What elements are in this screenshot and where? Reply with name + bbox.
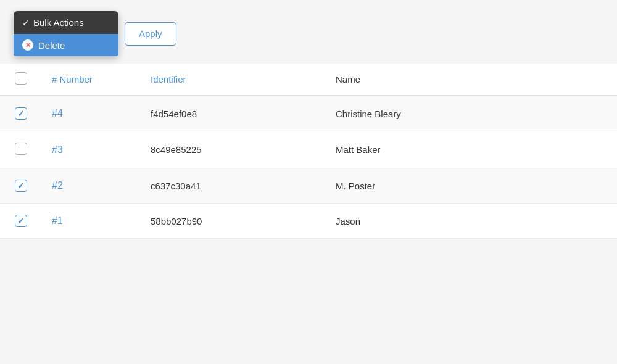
row-name: Matt Baker xyxy=(323,131,617,168)
row-number[interactable]: #4 xyxy=(39,96,138,131)
header-identifier[interactable]: Identifier xyxy=(138,64,323,96)
bulk-actions-dropdown-container: ✓ Bulk Actions ✕ Delete xyxy=(14,11,118,56)
row-name: Christine Bleary xyxy=(323,96,617,131)
row-check-cell xyxy=(0,131,39,168)
bulk-actions-checkmark-icon: ✓ xyxy=(22,18,30,28)
table-body: #4f4d54ef0e8Christine Bleary#38c49e85225… xyxy=(0,96,617,239)
toolbar: ✓ Bulk Actions ✕ Delete Apply xyxy=(0,0,617,64)
header-number[interactable]: # Number xyxy=(39,64,138,96)
table-row: #158bb027b90Jason xyxy=(0,204,617,239)
bulk-actions-header[interactable]: ✓ Bulk Actions xyxy=(14,11,118,34)
row-identifier: f4d54ef0e8 xyxy=(138,96,323,131)
row-number[interactable]: #3 xyxy=(39,131,138,168)
table-wrapper: # Number Identifier Name #4f4d54ef0e8Chr… xyxy=(0,64,617,239)
select-all-checkbox[interactable] xyxy=(15,72,27,85)
delete-label: Delete xyxy=(38,40,65,51)
table-header: # Number Identifier Name xyxy=(0,64,617,96)
header-row: # Number Identifier Name xyxy=(0,64,617,96)
row-checkbox-row-3[interactable] xyxy=(15,143,27,155)
row-name: M. Poster xyxy=(323,168,617,204)
row-identifier: 58bb027b90 xyxy=(138,204,323,239)
header-name: Name xyxy=(323,64,617,96)
row-number[interactable]: #1 xyxy=(39,204,138,239)
row-name: Jason xyxy=(323,204,617,239)
row-checkbox-row-2[interactable] xyxy=(15,180,27,192)
row-check-cell xyxy=(0,96,39,131)
delete-option[interactable]: ✕ Delete xyxy=(14,34,118,56)
row-number[interactable]: #2 xyxy=(39,168,138,204)
bulk-actions-dropdown[interactable]: ✓ Bulk Actions ✕ Delete xyxy=(14,11,118,56)
row-identifier: c637c30a41 xyxy=(138,168,323,204)
row-check-cell xyxy=(0,168,39,204)
apply-button[interactable]: Apply xyxy=(125,22,176,46)
table-row: #2c637c30a41M. Poster xyxy=(0,168,617,204)
data-table: # Number Identifier Name #4f4d54ef0e8Chr… xyxy=(0,64,617,239)
header-check xyxy=(0,64,39,96)
delete-x-icon: ✕ xyxy=(22,39,33,51)
table-row: #4f4d54ef0e8Christine Bleary xyxy=(0,96,617,131)
row-checkbox-row-1[interactable] xyxy=(15,215,27,227)
row-identifier: 8c49e85225 xyxy=(138,131,323,168)
bulk-actions-label: Bulk Actions xyxy=(33,17,84,28)
table-row: #38c49e85225Matt Baker xyxy=(0,131,617,168)
row-check-cell xyxy=(0,204,39,239)
row-checkbox-row-4[interactable] xyxy=(15,107,27,120)
